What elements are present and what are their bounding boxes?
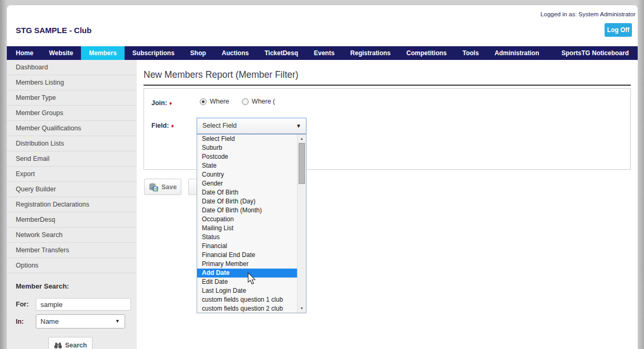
sidebar-item-registration-declarations[interactable]: Registration Declarations [7,197,137,212]
nav-item-members[interactable]: Members [81,46,125,60]
nav-item-events[interactable]: Events [306,46,342,60]
dropdown-option[interactable]: custom fields question 2 club [197,304,297,313]
join-radio-group: Where Where ( [200,98,275,105]
nav-item-ticketdesq[interactable]: TicketDesq [257,46,306,60]
sidebar-item-send-email[interactable]: Send Email [7,151,137,167]
sidebar-item-members-listing[interactable]: Members Listing [7,75,137,90]
dropdown-option[interactable]: Primary Member [197,260,297,269]
search-for-label: For: [16,301,36,308]
dropdown-option[interactable]: Occupation [197,215,297,224]
sidebar-item-memberdesq[interactable]: MemberDesq [7,212,137,228]
chevron-down-icon: ▼ [296,118,301,134]
main-nav: Home Website Members Subscriptions Shop … [7,46,638,60]
sidebar-item-dashboard[interactable]: Dashboard [7,60,137,75]
dropdown-option[interactable]: Postcode [197,152,297,161]
dropdown-scrollbar[interactable]: ▲ ▼ [297,135,306,313]
field-select[interactable]: Select Field ▼ [197,118,306,134]
nav-item-website[interactable]: Website [41,46,81,60]
join-label: Join:♦ [151,99,172,107]
sidebar-item-member-transfers[interactable]: Member Transfers [7,243,137,258]
dropdown-option[interactable]: Status [197,233,297,242]
sidebar-item-member-groups[interactable]: Member Groups [7,106,137,121]
dropdown-option[interactable]: Date Of Birth (Month) [197,206,297,215]
dropdown-option[interactable]: Date Of Birth (Day) [197,197,297,206]
dropdown-option[interactable]: Date Of Birth [197,188,297,197]
logged-in-status: Logged in as: System Administrator [540,11,636,17]
scroll-up-icon[interactable]: ▲ [298,135,306,142]
dropdown-option[interactable]: Select Field [197,135,297,143]
field-dropdown-list: Select Field Suburb Postcode State Count… [197,134,306,313]
field-select-value: Select Field [202,122,237,129]
search-in-label: In: [16,318,36,325]
dropdown-option[interactable]: Gender [197,179,297,188]
search-for-input[interactable] [36,298,131,311]
dropdown-option[interactable]: Financial End Date [197,251,297,260]
sidebar-item-distribution-lists[interactable]: Distribution Lists [7,136,137,151]
member-search-title: Member Search: [16,282,137,290]
sidebar: Dashboard Members Listing Member Type Me… [7,60,137,349]
nav-item-home[interactable]: Home [7,46,41,60]
sidebar-item-export[interactable]: Export [7,167,137,182]
dropdown-option[interactable]: custom fields question 1 club [197,295,297,304]
dropdown-option[interactable]: Mailing List [197,224,297,233]
log-off-button[interactable]: Log Off [605,23,632,37]
save-button-label: Save [161,183,177,191]
search-in-select[interactable]: Name ▼ [36,314,125,329]
search-button[interactable]: Search [48,337,93,349]
sidebar-item-member-type[interactable]: Member Type [7,90,137,106]
main-content: New Members Report (Member Filter) Join:… [137,60,638,349]
nav-item-shop[interactable]: Shop [182,46,214,60]
sidebar-item-network-search[interactable]: Network Search [7,228,137,243]
nav-item-administration[interactable]: Administration [487,46,547,60]
dropdown-option[interactable]: State [197,161,297,170]
binoculars-icon [54,342,62,349]
radio-where-paren-label: Where ( [252,98,275,105]
dropdown-option[interactable]: Country [197,170,297,179]
title-divider [144,85,631,86]
nav-item-noticeboard[interactable]: SportsTG Noticeboard [553,46,638,60]
required-icon: ♦ [169,100,172,106]
scroll-down-icon[interactable]: ▼ [298,305,306,312]
chevron-down-icon: ▼ [115,315,120,328]
search-button-label: Search [65,342,87,349]
dropdown-option[interactable]: Suburb [197,143,297,152]
save-icon [149,183,158,191]
scrollbar-thumb[interactable] [299,143,305,184]
nav-item-registrations[interactable]: Registrations [342,46,398,60]
mouse-cursor-icon [247,272,256,285]
nav-item-tools[interactable]: Tools [455,46,487,60]
nav-item-competitions[interactable]: Competitions [398,46,455,60]
header: STG SAMPLE - Club Logged in as: System A… [7,5,638,46]
radio-selected-icon[interactable] [200,98,207,105]
save-button[interactable]: Save [144,179,181,195]
dropdown-option[interactable]: Financial [197,242,297,251]
sidebar-item-query-builder[interactable]: Query Builder [7,182,137,197]
radio-where-paren[interactable]: Where ( [242,98,275,105]
app-window: STG SAMPLE - Club Logged in as: System A… [7,5,638,349]
field-label: Field:♦ [151,122,174,129]
nav-item-auctions[interactable]: Auctions [214,46,257,60]
search-in-value: Name [40,317,59,325]
dropdown-options: Select Field Suburb Postcode State Count… [197,135,297,313]
radio-where[interactable]: Where [200,98,229,105]
sidebar-item-member-qualifications[interactable]: Member Qualifications [7,121,137,136]
dropdown-option[interactable]: Last Login Date [197,286,297,295]
page-title: STG SAMPLE - Club [16,26,91,35]
radio-where-label: Where [210,98,229,105]
report-title: New Members Report (Member Filter) [144,69,299,80]
radio-unselected-icon[interactable] [242,98,249,105]
required-icon: ♦ [171,122,174,129]
member-search-section: Member Search: For: In: Name ▼ [7,273,137,349]
nav-item-subscriptions[interactable]: Subscriptions [125,46,182,60]
sidebar-item-options[interactable]: Options [7,258,137,273]
